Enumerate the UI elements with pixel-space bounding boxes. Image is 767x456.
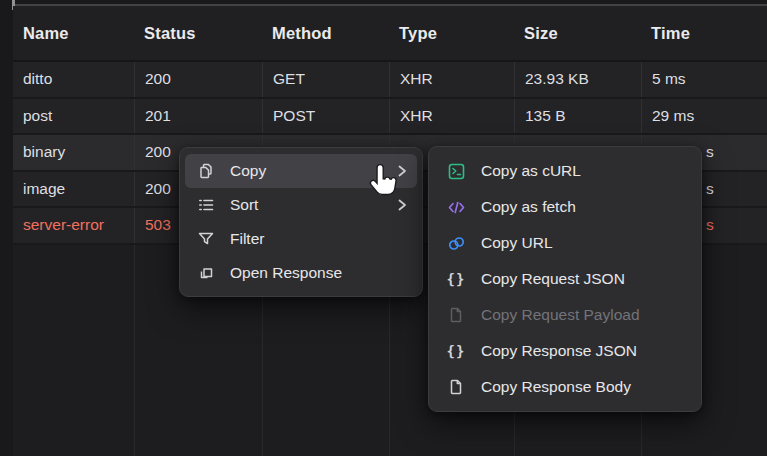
submenu-item-label: Copy as fetch: [481, 198, 687, 216]
cell-method: GET: [262, 62, 389, 97]
sort-icon: [195, 195, 217, 215]
menu-item-open-response[interactable]: Open Response: [185, 256, 417, 290]
submenu-item-label: Copy as cURL: [481, 162, 687, 180]
cell-type: XHR: [389, 62, 514, 97]
submenu-item-label: Copy Response Body: [481, 378, 687, 396]
cell-status: 200: [134, 62, 262, 97]
link-icon: [445, 233, 467, 253]
menu-item-label: Open Response: [230, 264, 408, 282]
submenu-item-copy-response-json[interactable]: {} Copy Response JSON: [434, 333, 696, 369]
menu-item-filter[interactable]: Filter: [185, 222, 417, 256]
cell-status: 201: [134, 99, 262, 134]
document-icon: [445, 377, 467, 397]
cell-name: binary: [13, 135, 134, 170]
cell-time: 29 ms: [641, 99, 767, 134]
submenu-item-copy-response-body[interactable]: Copy Response Body: [434, 369, 696, 405]
cell-size: 23.93 KB: [514, 62, 641, 97]
submenu-item-label: Copy Request Payload: [481, 306, 687, 324]
cell-size: 135 B: [514, 99, 641, 134]
cell-name: ditto: [13, 62, 134, 97]
cell-name: post: [13, 99, 134, 134]
copy-icon: [195, 161, 217, 181]
cursor-pointer-icon: [366, 161, 402, 207]
column-header-time[interactable]: Time: [641, 24, 767, 43]
column-header-method[interactable]: Method: [262, 24, 389, 43]
table-row-post[interactable]: post 201 POST XHR 135 B 29 ms: [13, 99, 767, 136]
filter-icon: [195, 229, 217, 249]
submenu-item-copy-request-json[interactable]: {} Copy Request JSON: [434, 261, 696, 297]
cell-name: server-error: [13, 208, 134, 243]
copy-submenu: Copy as cURL Copy as fetch Copy URL: [428, 146, 702, 412]
cell-time: 5 ms: [641, 62, 767, 97]
document-icon: [445, 305, 467, 325]
braces-icon: {}: [445, 341, 467, 361]
submenu-item-label: Copy URL: [481, 234, 687, 252]
column-header-size[interactable]: Size: [514, 24, 641, 43]
submenu-item-label: Copy Response JSON: [481, 342, 687, 360]
cell-type: XHR: [389, 99, 514, 134]
network-requests-panel: Name Status Method Type Size Time ditto …: [0, 0, 767, 456]
submenu-item-copy-as-fetch[interactable]: Copy as fetch: [434, 189, 696, 225]
table-row-ditto[interactable]: ditto 200 GET XHR 23.93 KB 5 ms: [13, 62, 767, 99]
time-fragment: s: [706, 216, 714, 234]
terminal-icon: [445, 161, 467, 181]
submenu-item-copy-request-payload[interactable]: Copy Request Payload: [434, 297, 696, 333]
time-fragment: s: [706, 143, 714, 161]
menu-item-label: Sort: [230, 196, 383, 214]
menu-item-label: Filter: [230, 230, 408, 248]
cell-method: POST: [262, 99, 389, 134]
open-response-icon: [195, 263, 217, 283]
submenu-item-label: Copy Request JSON: [481, 270, 687, 288]
code-icon: [445, 197, 467, 217]
column-header-name[interactable]: Name: [13, 24, 134, 43]
braces-icon: {}: [445, 269, 467, 289]
menu-item-label: Copy: [230, 162, 383, 180]
cell-name: image: [13, 172, 134, 207]
submenu-item-copy-as-curl[interactable]: Copy as cURL: [434, 153, 696, 189]
column-header-status[interactable]: Status: [134, 24, 262, 43]
table-header-row: Name Status Method Type Size Time: [13, 6, 767, 62]
column-header-type[interactable]: Type: [389, 24, 514, 43]
submenu-item-copy-url[interactable]: Copy URL: [434, 225, 696, 261]
time-fragment: s: [706, 180, 714, 198]
